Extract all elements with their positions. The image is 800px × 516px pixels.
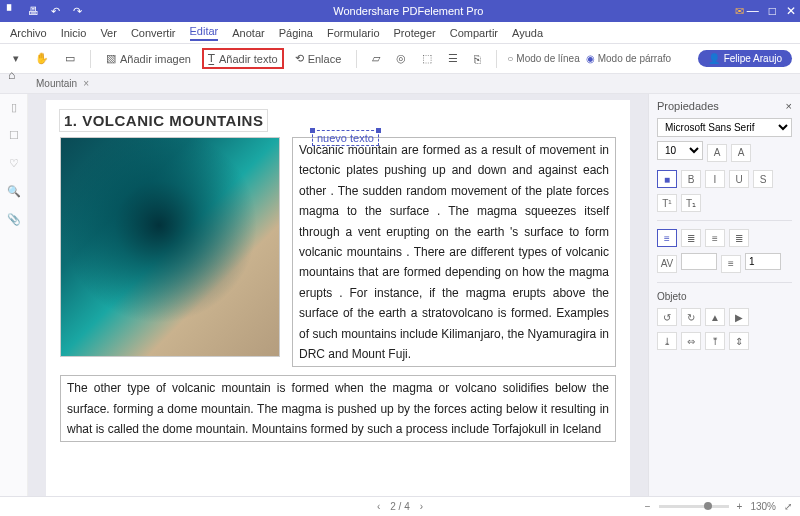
align-center-icon[interactable]: ≣	[681, 229, 701, 247]
crop-icon[interactable]: ▱	[367, 49, 385, 68]
flip-vertical-icon[interactable]: ▲	[705, 308, 725, 326]
titlebar-left-icons: ▘ 🖶 ↶ ↷	[4, 4, 84, 18]
prev-page-icon[interactable]: ‹	[377, 501, 380, 512]
strike-button[interactable]: S	[753, 170, 773, 188]
rotate-left-icon[interactable]: ↺	[657, 308, 677, 326]
italic-button[interactable]: I	[705, 170, 725, 188]
home-icon[interactable]: ⌂	[8, 68, 15, 82]
user-icon: 👤	[708, 53, 720, 64]
edit-object-icon[interactable]: ▭	[60, 49, 80, 68]
separator	[356, 50, 357, 68]
maximize-icon[interactable]: □	[769, 4, 776, 18]
zoom-slider[interactable]	[659, 505, 729, 508]
align-obj-center-icon[interactable]: ⇔	[681, 332, 701, 350]
document-tab[interactable]: Mountain ×	[28, 78, 97, 89]
watermark-icon[interactable]: ◎	[391, 49, 411, 68]
menu-anotar[interactable]: Anotar	[232, 27, 264, 39]
flip-horizontal-icon[interactable]: ▶	[729, 308, 749, 326]
bookmarks-icon[interactable]: ☐	[7, 128, 21, 142]
document-image[interactable]	[60, 137, 280, 357]
background-icon[interactable]: ⬚	[417, 49, 437, 68]
align-obj-right-icon[interactable]: ⤒	[705, 332, 725, 350]
window-controls: — □ ✕	[747, 4, 796, 18]
page-indicator[interactable]: 2 / 4	[390, 501, 409, 512]
superscript-icon[interactable]: T¹	[657, 194, 677, 212]
line-mode-radio[interactable]: ○Modo de línea	[507, 53, 579, 64]
add-image-label: Añadir imagen	[120, 53, 191, 65]
attachments-icon[interactable]: 📎	[7, 212, 21, 226]
subscript-icon[interactable]: T₁	[681, 194, 701, 212]
notify-icon[interactable]: ✉	[733, 4, 747, 18]
redo-icon[interactable]: ↷	[70, 4, 84, 18]
undo-icon[interactable]: ↶	[48, 4, 62, 18]
divider	[657, 220, 792, 221]
text-block-bottom[interactable]: The other type of volcanic mountain is f…	[60, 375, 616, 442]
user-badge[interactable]: 👤 Felipe Araujo	[698, 50, 792, 67]
line-spacing-input[interactable]	[745, 253, 781, 270]
paragraph-mode-radio[interactable]: ◉Modo de párrafo	[586, 53, 671, 64]
add-text-button[interactable]: T̲ Añadir texto	[202, 48, 284, 69]
menu-compartir[interactable]: Compartir	[450, 27, 498, 39]
text-block-right[interactable]: Volcanic mountain are formed as a result…	[292, 137, 616, 367]
fit-width-icon[interactable]: ⤢	[784, 501, 792, 512]
align-justify-icon[interactable]: ≣	[729, 229, 749, 247]
zoom-in-icon[interactable]: +	[737, 501, 743, 512]
minimize-icon[interactable]: —	[747, 4, 759, 18]
menu-convertir[interactable]: Convertir	[131, 27, 176, 39]
outline-icon[interactable]: ♡	[7, 156, 21, 170]
increase-font-icon[interactable]: A	[731, 144, 751, 162]
thumbnails-icon[interactable]: ▯	[7, 100, 21, 114]
bates-icon[interactable]: ⎘	[469, 50, 486, 68]
select-tool-icon[interactable]: ▾	[8, 49, 24, 68]
add-text-label: Añadir texto	[219, 53, 278, 65]
rotate-right-icon[interactable]: ↻	[681, 308, 701, 326]
align-right-icon[interactable]: ≡	[705, 229, 725, 247]
bold-button[interactable]: B	[681, 170, 701, 188]
menu-proteger[interactable]: Proteger	[394, 27, 436, 39]
titlebar-right-icons: ✉	[733, 4, 747, 18]
panel-close-icon[interactable]: ×	[786, 100, 792, 112]
page: 1. VOLCANIC MOUNTAINS nuevo texto Volcan…	[46, 100, 630, 496]
decrease-font-icon[interactable]: A	[707, 144, 727, 162]
separator	[496, 50, 497, 68]
distribute-icon[interactable]: ⇕	[729, 332, 749, 350]
workspace: ▯ ☐ ♡ 🔍 📎 1. VOLCANIC MOUNTAINS nuevo te…	[0, 94, 800, 496]
properties-panel: Propiedades × Microsoft Sans Serif 10 A …	[648, 94, 800, 496]
search-icon[interactable]: 🔍	[7, 184, 21, 198]
app-logo-icon: ▘	[4, 4, 18, 18]
close-icon[interactable]: ✕	[786, 4, 796, 18]
font-color-icon[interactable]: ■	[657, 170, 677, 188]
zoom-out-icon[interactable]: −	[645, 501, 651, 512]
menu-editar[interactable]: Editar	[190, 25, 219, 41]
link-button[interactable]: ⟲ Enlace	[290, 49, 347, 68]
print-icon[interactable]: 🖶	[26, 4, 40, 18]
header-footer-icon[interactable]: ☰	[443, 49, 463, 68]
menu-pagina[interactable]: Página	[279, 27, 313, 39]
user-name: Felipe Araujo	[724, 53, 782, 64]
align-obj-left-icon[interactable]: ⤓	[657, 332, 677, 350]
menu-ayuda[interactable]: Ayuda	[512, 27, 543, 39]
menu-formulario[interactable]: Formulario	[327, 27, 380, 39]
line-spacing-icon[interactable]: ≡	[721, 255, 741, 273]
tab-close-icon[interactable]: ×	[83, 78, 89, 89]
menu-archivo[interactable]: Archivo	[10, 27, 47, 39]
status-bar: ‹ 2 / 4 › − + 130% ⤢	[0, 496, 800, 516]
text-icon: T̲	[208, 52, 215, 65]
font-family-select[interactable]: Microsoft Sans Serif	[657, 118, 792, 137]
hand-tool-icon[interactable]: ✋	[30, 49, 54, 68]
tab-title: Mountain	[36, 78, 77, 89]
zoom-value: 130%	[750, 501, 776, 512]
font-size-select[interactable]: 10	[657, 141, 703, 160]
menu-inicio[interactable]: Inicio	[61, 27, 87, 39]
next-page-icon[interactable]: ›	[420, 501, 423, 512]
underline-button[interactable]: U	[729, 170, 749, 188]
title-bar: ▘ 🖶 ↶ ↷ Wondershare PDFelement Pro ✉ — □…	[0, 0, 800, 22]
document-canvas[interactable]: 1. VOLCANIC MOUNTAINS nuevo texto Volcan…	[28, 94, 648, 496]
align-left-icon[interactable]: ≡	[657, 229, 677, 247]
char-spacing-input[interactable]	[681, 253, 717, 270]
char-spacing-icon[interactable]: AV	[657, 255, 677, 273]
menu-ver[interactable]: Ver	[100, 27, 117, 39]
heading-1[interactable]: 1. VOLCANIC MOUNTAINS	[60, 110, 267, 131]
new-text-box[interactable]: nuevo texto	[312, 130, 379, 146]
add-image-button[interactable]: ▧ Añadir imagen	[101, 49, 196, 68]
